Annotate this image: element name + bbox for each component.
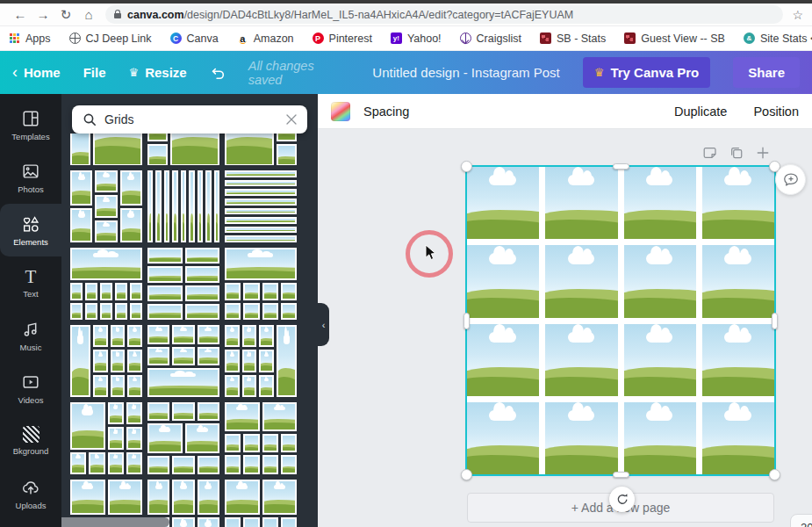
- grid-template-thumbnail[interactable]: [70, 170, 142, 242]
- bookmark-item[interactable]: Craigslist: [460, 32, 521, 45]
- cloud-shape: [127, 213, 134, 217]
- grid-cell[interactable]: [545, 245, 617, 317]
- grid-cell[interactable]: [545, 324, 617, 396]
- try-canva-pro-button[interactable]: ♛ Try Canva Pro: [583, 57, 711, 88]
- reload-icon[interactable]: ↻: [54, 7, 77, 23]
- bookmark-item[interactable]: SB - Stats: [540, 32, 606, 45]
- add-comment-button[interactable]: [775, 164, 806, 195]
- landscape-placeholder: [226, 305, 239, 318]
- grid-cell-preview: [70, 303, 83, 320]
- hill-front-shape: [72, 155, 89, 164]
- horizontal-scrollbar[interactable]: [61, 517, 169, 527]
- grid-cell[interactable]: [702, 245, 774, 317]
- bookmark-item[interactable]: y!Yahoo!: [391, 32, 442, 45]
- grid-template-thumbnail[interactable]: [225, 480, 297, 527]
- grid-template-thumbnail[interactable]: [147, 248, 219, 320]
- grid-template-thumbnail[interactable]: [147, 402, 219, 474]
- sidebar-item-music[interactable]: Music: [0, 309, 61, 362]
- share-button[interactable]: Share: [733, 57, 800, 88]
- hill-front-shape: [264, 504, 296, 513]
- sidebar-item-elements[interactable]: Elements: [0, 204, 61, 256]
- grid-cell-preview: [100, 303, 112, 320]
- spacing-button[interactable]: Spacing: [363, 105, 409, 119]
- grid-template-thumbnail[interactable]: [70, 402, 142, 474]
- grid-template-thumbnail[interactable]: [147, 134, 219, 165]
- grid-template-thumbnail[interactable]: [70, 325, 142, 397]
- grid-cell[interactable]: [624, 167, 696, 239]
- home-icon[interactable]: ⌂: [77, 7, 100, 22]
- grid-cell[interactable]: [702, 402, 774, 474]
- sidebar-item-bkground[interactable]: Bkground: [0, 415, 61, 467]
- close-icon[interactable]: [286, 114, 297, 125]
- grid-template-thumbnail[interactable]: [225, 170, 297, 242]
- landscape-placeholder: [97, 197, 115, 215]
- grid-template-thumbnail[interactable]: [147, 170, 219, 242]
- rotate-handle[interactable]: [609, 487, 635, 512]
- cloud-shape: [133, 354, 137, 357]
- file-menu-button[interactable]: File: [83, 65, 106, 80]
- bookmark-item[interactable]: CCanva: [170, 32, 219, 45]
- sidebar-item-photos[interactable]: Photos: [0, 151, 61, 204]
- grid-cell[interactable]: [545, 402, 617, 474]
- landscape-placeholder: [112, 327, 124, 345]
- grid-cell[interactable]: [624, 402, 696, 474]
- add-page-icon[interactable]: [755, 145, 771, 161]
- grid-cell[interactable]: [467, 324, 539, 396]
- hill-front-shape: [72, 294, 81, 298]
- grid-template-thumbnail[interactable]: [70, 134, 142, 165]
- bookmark-item[interactable]: Guest View -- SB: [624, 32, 725, 45]
- cloud-shape: [264, 328, 269, 331]
- sidebar-item-uploads[interactable]: Uploads: [0, 467, 61, 520]
- address-bar[interactable]: canva.com/design/DAD4cBtLky8/HarMeL_IL5-…: [105, 5, 783, 24]
- grid-cell[interactable]: [702, 324, 774, 396]
- color-picker-swatch[interactable]: [331, 102, 350, 121]
- grid-cell-preview: [172, 456, 194, 474]
- bookmark-item[interactable]: &Site Stats < N&D: [744, 32, 812, 45]
- zoom-control[interactable]: 20: [790, 514, 812, 527]
- sidebar-item-videos[interactable]: Videos: [0, 362, 61, 415]
- grid-template-thumbnail[interactable]: [225, 134, 297, 165]
- grid-cell-preview: [127, 325, 142, 347]
- landscape-placeholder: [72, 172, 90, 204]
- bookmark-item[interactable]: CJ Deep Link: [69, 32, 152, 45]
- grid-cell[interactable]: [545, 167, 617, 239]
- bookmark-item[interactable]: Apps: [9, 32, 51, 45]
- grid-template-thumbnail[interactable]: [225, 248, 297, 320]
- resize-button[interactable]: ♛ Resize: [129, 65, 187, 80]
- grid-cell-preview: [95, 195, 117, 217]
- back-icon[interactable]: ←: [9, 7, 32, 22]
- forward-icon[interactable]: →: [32, 7, 54, 22]
- grid-cell[interactable]: [624, 324, 696, 396]
- grid-cell[interactable]: [702, 167, 774, 239]
- panel-collapse-button[interactable]: ‹: [318, 303, 329, 346]
- sidebar-item-text[interactable]: TText: [0, 256, 61, 309]
- design-page[interactable]: [467, 167, 774, 474]
- hill-front-shape: [187, 278, 219, 281]
- grid-cell[interactable]: [624, 245, 696, 317]
- grid-template-thumbnail[interactable]: [225, 402, 297, 474]
- bookmark-item[interactable]: PPinterest: [313, 32, 372, 45]
- bookmark-star-icon[interactable]: ☆: [792, 8, 803, 22]
- grid-cell[interactable]: [467, 245, 539, 317]
- duplicate-page-icon[interactable]: [729, 145, 744, 161]
- search-input[interactable]: Grids: [72, 105, 307, 134]
- hill-front-shape: [95, 365, 106, 371]
- grid-template-thumbnail[interactable]: [147, 325, 219, 397]
- grid-cell[interactable]: [467, 402, 539, 474]
- position-button[interactable]: Position: [753, 105, 799, 119]
- landscape-placeholder: [110, 454, 122, 473]
- hill-front-shape: [467, 455, 539, 474]
- design-title[interactable]: Untitled design - Instagram Post: [372, 65, 559, 80]
- grid-cell[interactable]: [467, 167, 539, 239]
- home-button[interactable]: ‹ Home: [12, 65, 61, 80]
- grid-template-thumbnail[interactable]: [225, 325, 297, 397]
- grid-template-thumbnail[interactable]: [70, 248, 142, 320]
- sidebar-item-templates[interactable]: Templates: [0, 98, 61, 151]
- undo-button[interactable]: [210, 65, 226, 81]
- notes-icon[interactable]: [702, 145, 718, 161]
- hill-front-shape: [110, 504, 141, 513]
- bookmark-item[interactable]: aAmazon: [237, 32, 294, 45]
- grid-cell-preview: [70, 134, 90, 165]
- duplicate-button[interactable]: Duplicate: [674, 105, 727, 119]
- hill-front-shape: [174, 415, 192, 420]
